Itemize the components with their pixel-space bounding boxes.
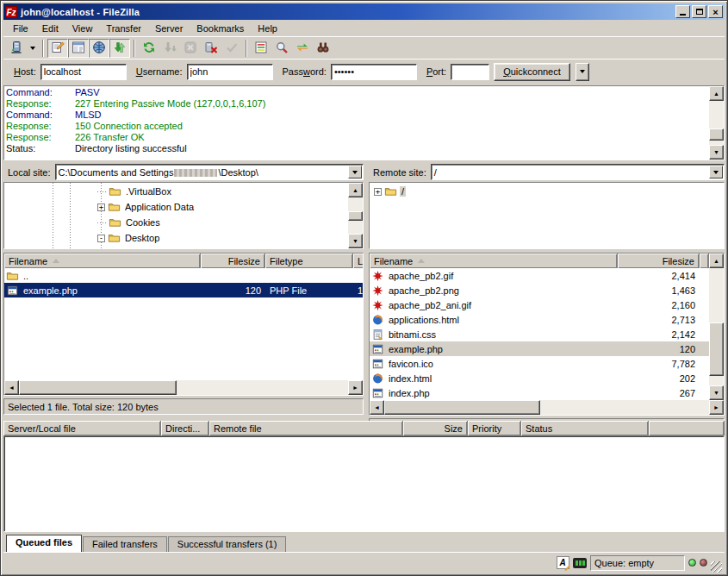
- resize-grip[interactable]: [711, 561, 722, 573]
- column-header-priority[interactable]: Priority: [468, 421, 521, 435]
- queue-status-text: Queue: empty: [594, 558, 654, 568]
- toggle-message-log-button[interactable]: [47, 39, 68, 58]
- local-site-combo[interactable]: C:\Documents and Settings\Desktop\: [55, 164, 364, 180]
- tab-successful-transfers-1-[interactable]: Successful transfers (1): [168, 536, 287, 552]
- column-header-filesize[interactable]: Filesize: [201, 254, 265, 268]
- menu-bookmarks[interactable]: Bookmarks: [190, 22, 250, 35]
- tree-item--virtualbox[interactable]: .VirtualBox: [4, 184, 348, 199]
- remote-list-scrollbar[interactable]: ▲ ▼: [709, 254, 724, 400]
- remote-horizontal-scrollbar[interactable]: ◄ ►: [370, 400, 724, 415]
- file-row-example-php[interactable]: example.php120PHP File1: [4, 283, 363, 297]
- log-scroll-track[interactable]: [709, 101, 724, 145]
- file-row-applications-html[interactable]: applications.html2,713: [370, 312, 709, 327]
- file-row-index-html[interactable]: index.html202: [370, 371, 709, 385]
- column-header-server-local-file[interactable]: Server/Local file: [3, 421, 161, 435]
- column-header-l[interactable]: L: [353, 254, 363, 268]
- tab-failed-transfers[interactable]: Failed transfers: [83, 536, 167, 552]
- tree-item-root[interactable]: +/: [370, 184, 724, 199]
- site-manager-button[interactable]: [6, 39, 27, 58]
- file-row-bitnami-css[interactable]: bitnami.css2,142: [370, 327, 709, 341]
- scroll-up-icon[interactable]: ▲: [709, 254, 724, 268]
- tree-item-cookies[interactable]: Cookies: [4, 215, 348, 230]
- log-vertical-scrollbar[interactable]: ▲ ▼: [709, 86, 724, 160]
- file-row--[interactable]: ..: [4, 268, 363, 283]
- quickconnect-dropdown-button[interactable]: [576, 63, 589, 81]
- menu-bar: FileEditViewTransferServerBookmarksHelp: [3, 20, 725, 36]
- file-row-favicon-ico[interactable]: favicon.ico7,782: [370, 356, 709, 371]
- queue-status-panel: Queue: empty: [590, 555, 685, 571]
- file-search-button[interactable]: [271, 39, 292, 58]
- local-tree-scrollbar[interactable]: ▲ ▼: [348, 183, 363, 248]
- host-input[interactable]: [40, 64, 127, 80]
- tree-item-desktop[interactable]: -Desktop: [4, 230, 348, 246]
- toggle-remote-tree-button[interactable]: [89, 39, 109, 58]
- tab-queued-files[interactable]: Queued files: [6, 535, 82, 552]
- toggle-transfer-queue-button[interactable]: [109, 39, 130, 58]
- quickconnect-button[interactable]: Quickconnect: [494, 63, 570, 81]
- tree-item-application-data[interactable]: +Application Data: [4, 199, 348, 215]
- column-header-filename[interactable]: Filename: [370, 254, 618, 268]
- close-button[interactable]: ×: [708, 5, 723, 18]
- remote-list-scroll-track[interactable]: [709, 268, 724, 385]
- scroll-up-icon[interactable]: ▲: [348, 183, 363, 197]
- column-header-remote-file[interactable]: Remote file: [209, 421, 403, 435]
- local-site-dropdown-button[interactable]: [348, 166, 362, 178]
- scroll-left-icon[interactable]: ◄: [4, 380, 19, 395]
- menu-server[interactable]: Server: [149, 22, 189, 35]
- file-row-apache-pb2-png[interactable]: apache_pb2.png1,463: [370, 283, 709, 297]
- scroll-down-icon[interactable]: ▼: [709, 145, 724, 160]
- scroll-left-icon[interactable]: ◄: [370, 400, 384, 415]
- column-header-label: Filename: [9, 256, 47, 266]
- password-input[interactable]: [331, 64, 417, 80]
- port-input[interactable]: [451, 64, 489, 80]
- column-header-size[interactable]: Size: [403, 421, 468, 435]
- filename-filters-button[interactable]: [251, 39, 271, 58]
- expand-icon[interactable]: +: [97, 203, 105, 211]
- local-hscroll-thumb[interactable]: [19, 380, 177, 395]
- maximize-button[interactable]: [692, 5, 706, 18]
- remote-site-combo[interactable]: /: [431, 164, 725, 180]
- remote-hscroll-track[interactable]: [384, 400, 709, 415]
- menu-transfer[interactable]: Transfer: [100, 22, 147, 35]
- column-header-filetype[interactable]: Filetype: [265, 254, 353, 268]
- username-input[interactable]: [187, 64, 273, 80]
- column-header-filesize[interactable]: Filesize: [618, 254, 700, 268]
- find-files-button[interactable]: [313, 39, 333, 58]
- local-hscroll-track[interactable]: [19, 380, 348, 395]
- column-header-status[interactable]: Status: [521, 421, 649, 435]
- scroll-right-icon[interactable]: ►: [709, 400, 724, 415]
- column-header-filename[interactable]: Filename: [4, 254, 201, 268]
- refresh-button[interactable]: [139, 39, 159, 58]
- file-search-icon: [275, 41, 289, 56]
- scroll-up-icon[interactable]: ▲: [709, 86, 724, 101]
- local-tree-scroll-track[interactable]: [348, 197, 363, 234]
- scroll-down-icon[interactable]: ▼: [348, 234, 363, 248]
- file-row-example-php[interactable]: example.php120: [370, 341, 709, 356]
- scroll-right-icon[interactable]: ►: [348, 380, 363, 395]
- file-row-index-php[interactable]: index.php267: [370, 385, 709, 400]
- column-header-directi-[interactable]: Directi...: [161, 421, 209, 435]
- remote-list-scroll-thumb[interactable]: [709, 322, 724, 377]
- menu-help[interactable]: Help: [252, 22, 283, 35]
- local-horizontal-scrollbar[interactable]: ◄ ►: [4, 380, 363, 395]
- file-row-apache-pb2-ani-gif[interactable]: apache_pb2_ani.gif2,160: [370, 297, 709, 312]
- scroll-down-icon[interactable]: ▼: [709, 385, 724, 400]
- menu-edit[interactable]: Edit: [36, 22, 65, 35]
- menu-file[interactable]: File: [7, 22, 34, 35]
- log-scroll-thumb[interactable]: [709, 128, 724, 141]
- file-row-apache-pb2-gif[interactable]: apache_pb2.gif2,414: [370, 268, 709, 283]
- process-queue-icon: [163, 41, 177, 56]
- remote-site-dropdown-button[interactable]: [709, 166, 723, 178]
- local-tree-scroll-thumb[interactable]: [348, 211, 363, 221]
- site-manager-dropdown-button[interactable]: [27, 39, 39, 58]
- collapse-icon[interactable]: -: [97, 235, 105, 242]
- minimize-button[interactable]: [675, 5, 690, 18]
- expand-icon[interactable]: +: [374, 188, 382, 196]
- data-type-ascii-icon[interactable]: A: [556, 556, 569, 570]
- toggle-local-tree-button[interactable]: [68, 39, 89, 58]
- menu-view[interactable]: View: [66, 22, 99, 35]
- remote-hscroll-thumb[interactable]: [384, 400, 540, 415]
- directory-comparison-button[interactable]: [292, 39, 313, 58]
- disconnect-button[interactable]: [201, 39, 221, 58]
- speed-limit-icon[interactable]: [573, 556, 587, 570]
